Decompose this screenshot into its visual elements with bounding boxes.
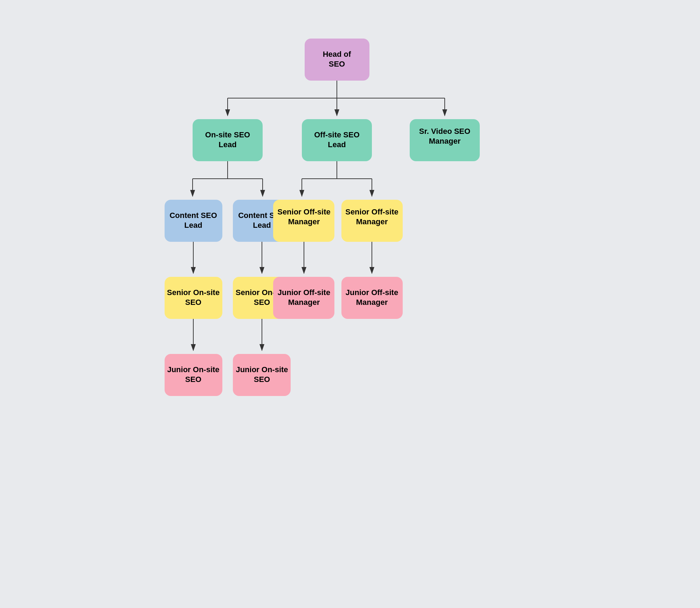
svg-text:Junior Off-site: Junior Off-site — [345, 288, 398, 297]
svg-text:Manager: Manager — [288, 298, 320, 307]
org-chart: Head of SEO On-site SEO Lead Off-site SE… — [140, 21, 560, 582]
svg-text:SEO: SEO — [254, 375, 270, 384]
svg-text:SEO: SEO — [328, 60, 345, 68]
svg-text:On-site SEO: On-site SEO — [205, 130, 250, 139]
svg-text:Manager: Manager — [356, 298, 388, 307]
svg-text:Junior On-site: Junior On-site — [236, 365, 288, 374]
svg-text:Off-site SEO: Off-site SEO — [314, 130, 360, 139]
svg-text:Lead: Lead — [253, 221, 271, 230]
svg-text:Manager: Manager — [429, 137, 460, 145]
svg-text:Manager: Manager — [288, 217, 320, 226]
svg-text:SEO: SEO — [185, 298, 201, 307]
svg-text:SEO: SEO — [185, 375, 201, 384]
svg-text:Content SEO: Content SEO — [169, 211, 217, 220]
svg-text:Senior Off-site: Senior Off-site — [277, 207, 331, 216]
svg-text:Senior On-site: Senior On-site — [167, 288, 219, 297]
svg-text:Senior Off-site: Senior Off-site — [345, 207, 398, 216]
svg-text:Head of: Head of — [323, 50, 351, 59]
svg-text:SEO: SEO — [254, 298, 270, 307]
svg-text:Junior Off-site: Junior Off-site — [277, 288, 330, 297]
svg-text:Lead: Lead — [184, 221, 202, 230]
svg-text:Lead: Lead — [328, 140, 346, 149]
svg-text:Manager: Manager — [356, 217, 388, 226]
svg-text:Sr. Video SEO: Sr. Video SEO — [419, 127, 470, 136]
chart-svg: Head of SEO On-site SEO Lead Off-site SE… — [158, 21, 543, 582]
svg-text:Lead: Lead — [219, 140, 236, 149]
svg-text:Junior On-site: Junior On-site — [167, 365, 219, 374]
